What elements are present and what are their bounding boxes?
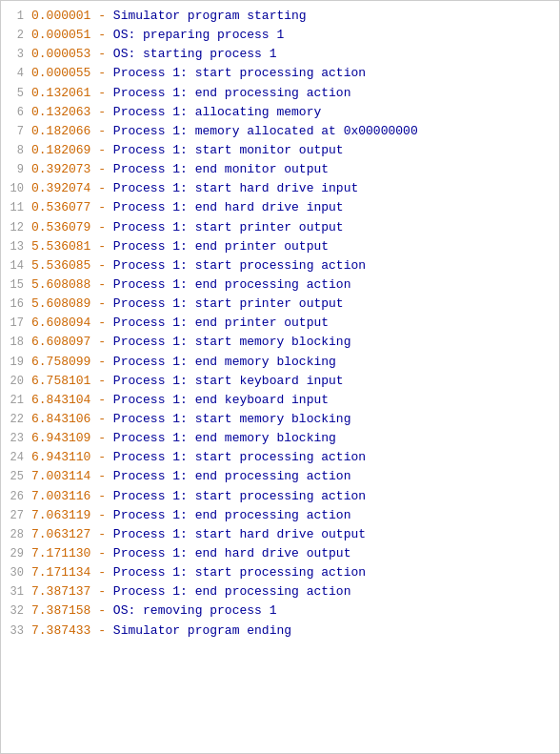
log-text: 7.003114 - Process 1: end processing act… [31,467,350,486]
line-number: 27 [7,507,31,525]
line-number: 20 [7,373,31,391]
separator: - [90,86,112,100]
line-number: 33 [7,622,31,641]
timestamp: 7.387137 [31,584,90,599]
log-message: Process 1: start printer output [113,220,344,234]
log-line: 70.182066 - Process 1: memory allocated … [5,122,555,141]
line-number: 23 [7,430,31,448]
timestamp: 5.536085 [31,258,90,273]
log-message: Process 1: start monitor output [113,143,344,157]
log-text: 0.392074 - Process 1: start hard drive i… [31,179,358,198]
line-number: 24 [7,449,31,467]
separator: - [90,258,112,273]
line-number: 26 [7,488,31,506]
separator: - [90,105,112,119]
separator: - [90,335,112,349]
log-line: 257.003114 - Process 1: end processing a… [5,467,555,486]
line-number: 1 [7,8,31,26]
separator: - [90,143,112,157]
separator: - [90,412,112,426]
log-line: 277.063119 - Process 1: end processing a… [5,506,555,525]
log-text: 7.387158 - OS: removing process 1 [31,601,276,621]
timestamp: 6.608097 [31,335,90,349]
line-number: 13 [7,238,31,256]
separator: - [90,66,112,80]
line-number: 29 [7,545,31,563]
log-message: Process 1: start processing action [113,489,366,503]
log-message: Process 1: start processing action [113,66,366,80]
log-message: Process 1: start memory blocking [113,412,351,426]
log-line: 145.536085 - Process 1: start processing… [5,256,555,275]
timestamp: 7.003114 [31,469,90,483]
log-line: 120.536079 - Process 1: start printer ou… [5,218,555,237]
log-line: 40.000055 - Process 1: start processing … [5,64,555,83]
log-text: 7.003116 - Process 1: start processing a… [31,487,366,506]
log-text: 7.387137 - Process 1: end processing act… [31,582,350,601]
separator: - [90,546,112,560]
log-text: 0.132061 - Process 1: end processing act… [31,84,350,103]
log-message: Process 1: end processing action [113,508,351,522]
log-text: 6.758099 - Process 1: end memory blockin… [31,353,336,372]
log-message: Process 1: end printer output [113,239,329,254]
timestamp: 0.132061 [31,86,90,100]
timestamp: 0.000001 [31,9,90,23]
line-number: 14 [7,257,31,275]
log-line: 50.132061 - Process 1: end processing ac… [5,84,555,103]
log-message: Process 1: start processing action [113,258,366,273]
log-line: 186.608097 - Process 1: start memory blo… [5,333,555,352]
log-line: 236.943109 - Process 1: end memory block… [5,429,555,448]
log-line: 155.608088 - Process 1: end processing a… [5,275,555,295]
log-line: 60.132063 - Process 1: allocating memory [5,103,555,122]
line-number: 21 [7,392,31,410]
separator: - [90,220,112,234]
line-number: 30 [7,564,31,582]
log-line: 196.758099 - Process 1: end memory block… [5,353,555,372]
line-number: 6 [7,104,31,122]
timestamp: 5.608089 [31,296,90,311]
separator: - [90,603,112,618]
log-line: 80.182069 - Process 1: start monitor out… [5,141,555,160]
timestamp: 7.063127 [31,527,90,541]
log-message: Process 1: start hard drive output [113,527,366,541]
separator: - [90,181,112,195]
log-text: 0.132063 - Process 1: allocating memory [31,103,321,122]
log-text: 6.943110 - Process 1: start processing a… [31,448,366,467]
log-line: 327.387158 - OS: removing process 1 [5,601,555,621]
separator: - [90,450,112,464]
log-message: Process 1: start printer output [113,296,344,311]
log-message: Process 1: end keyboard input [113,393,329,407]
line-number: 32 [7,602,31,621]
log-text: 7.063127 - Process 1: start hard drive o… [31,525,366,544]
log-text: 0.536077 - Process 1: end hard drive inp… [31,198,344,217]
log-message: Process 1: end hard drive output [113,546,351,560]
log-message: Process 1: start memory blocking [113,335,351,349]
timestamp: 6.843106 [31,412,90,426]
log-line: 135.536081 - Process 1: end printer outp… [5,237,555,256]
separator: - [90,623,112,638]
log-line: 297.171130 - Process 1: end hard drive o… [5,544,555,563]
separator: - [90,239,112,254]
log-message: OS: preparing process 1 [113,28,284,42]
timestamp: 0.536077 [31,200,90,214]
separator: - [90,296,112,311]
log-text: 6.608094 - Process 1: end printer output [31,314,329,333]
line-number: 2 [7,27,31,45]
log-line: 20.000051 - OS: preparing process 1 [5,26,555,45]
timestamp: 6.943110 [31,450,90,464]
log-line: 110.536077 - Process 1: end hard drive i… [5,198,555,217]
separator: - [90,124,112,138]
timestamp: 6.943109 [31,431,90,445]
log-message: Process 1: end memory blocking [113,431,336,445]
log-text: 5.536085 - Process 1: start processing a… [31,256,366,275]
log-message: Process 1: end printer output [113,316,329,330]
timestamp: 5.536081 [31,239,90,254]
line-number: 17 [7,315,31,333]
log-message: Process 1: end monitor output [113,162,329,176]
log-message: OS: removing process 1 [113,603,277,618]
log-line: 226.843106 - Process 1: start memory blo… [5,410,555,429]
line-number: 28 [7,526,31,544]
line-number: 31 [7,583,31,601]
log-text: 0.182066 - Process 1: memory allocated a… [31,122,418,141]
log-message: Simulator program ending [113,623,291,638]
log-line: 216.843104 - Process 1: end keyboard inp… [5,391,555,410]
